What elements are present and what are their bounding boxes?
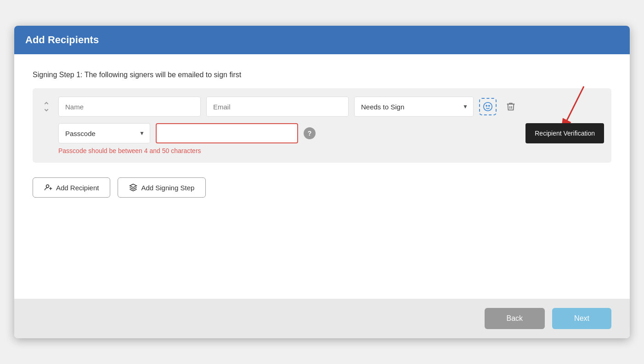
signing-step-label: Signing Step 1: The following signers wi… bbox=[33, 71, 611, 79]
recipient-row-top: Needs to Sign Receives a Copy In Person … bbox=[40, 97, 604, 117]
modal-footer: Back Next bbox=[14, 299, 630, 338]
add-signing-step-icon bbox=[129, 183, 137, 192]
recipient-row-bottom: Passcode SMS None ▼ ? Recipient Verifica… bbox=[40, 123, 604, 143]
add-signing-step-button[interactable]: Add Signing Step bbox=[118, 177, 206, 198]
svg-point-2 bbox=[484, 102, 492, 111]
svg-point-3 bbox=[486, 105, 487, 106]
add-signing-step-label: Add Signing Step bbox=[141, 184, 194, 192]
action-buttons-row: Add Recipient Add Signing Step bbox=[33, 177, 611, 198]
email-input[interactable] bbox=[206, 97, 349, 117]
face-id-icon-button[interactable] bbox=[479, 98, 497, 115]
recipient-verification-button[interactable]: Recipient Verification bbox=[525, 123, 604, 143]
sort-icon[interactable] bbox=[40, 102, 53, 112]
delete-recipient-button[interactable] bbox=[502, 98, 520, 115]
next-button[interactable]: Next bbox=[552, 308, 611, 329]
modal-header: Add Recipients bbox=[14, 26, 630, 54]
modal-title: Add Recipients bbox=[25, 34, 619, 46]
passcode-value-input[interactable] bbox=[156, 123, 298, 143]
back-button[interactable]: Back bbox=[485, 308, 545, 329]
modal-body: Signing Step 1: The following signers wi… bbox=[14, 54, 630, 299]
add-recipient-icon bbox=[44, 183, 52, 192]
passcode-select[interactable]: Passcode SMS None bbox=[58, 123, 150, 143]
passcode-error-message: Passcode should be between 4 and 50 char… bbox=[40, 147, 604, 154]
add-recipients-modal: Add Recipients Signing Step 1: The follo… bbox=[14, 26, 630, 338]
add-recipient-button[interactable]: Add Recipient bbox=[33, 177, 110, 198]
role-select-wrapper: Needs to Sign Receives a Copy In Person … bbox=[354, 97, 474, 117]
svg-point-5 bbox=[46, 185, 49, 188]
help-icon[interactable]: ? bbox=[304, 127, 316, 139]
role-select[interactable]: Needs to Sign Receives a Copy In Person … bbox=[354, 97, 474, 117]
svg-point-4 bbox=[489, 105, 490, 106]
passcode-select-wrapper: Passcode SMS None ▼ bbox=[58, 123, 150, 143]
add-recipient-label: Add Recipient bbox=[56, 184, 99, 192]
name-input[interactable] bbox=[58, 97, 201, 117]
recipient-card: Needs to Sign Receives a Copy In Person … bbox=[33, 88, 611, 163]
